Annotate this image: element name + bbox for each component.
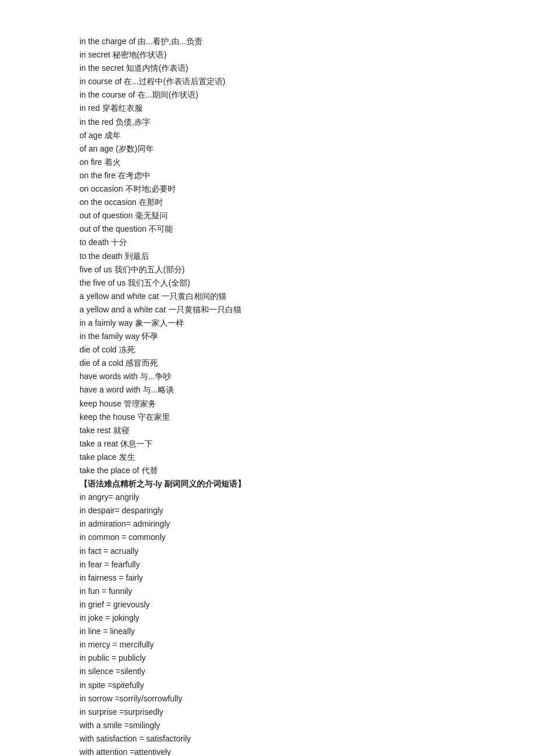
text-line: in grief = grievously bbox=[80, 598, 454, 611]
text-line: in fear = fearfully bbox=[80, 558, 454, 571]
text-line: in the charge of 由...看护,由...负责 bbox=[80, 35, 454, 48]
text-line: in admiration= admiringly bbox=[80, 517, 454, 531]
text-line: in despair= desparingly bbox=[80, 504, 454, 517]
text-line: in spite =spitefully bbox=[80, 679, 454, 692]
text-line: keep the house 守在家里 bbox=[80, 411, 454, 424]
text-line: in angry= angrily bbox=[80, 491, 454, 504]
text-line: with attention =attentively bbox=[80, 746, 454, 756]
text-line: take rest 就寝 bbox=[80, 424, 454, 437]
text-line: on the fire 在考虑中 bbox=[80, 169, 454, 182]
text-line: a yellow and white cat 一只黄白相间的猫 bbox=[80, 290, 454, 303]
text-line: in public = publicly bbox=[80, 651, 454, 665]
text-line: in secret 秘密地(作状语) bbox=[80, 48, 454, 62]
text-line: of age 成年 bbox=[80, 129, 454, 142]
text-line: the five of us 我们五个人(全部) bbox=[80, 276, 454, 290]
text-line: die of cold 冻死 bbox=[80, 343, 454, 357]
text-line: in fairness = fairly bbox=[80, 571, 454, 585]
text-line: on occasion 不时地;必要时 bbox=[80, 182, 454, 196]
text-line: die of a cold 感冒而死 bbox=[80, 357, 454, 370]
text-line: in surprise =surprisedly bbox=[80, 705, 454, 719]
text-line: with satisfaction = satisfactorily bbox=[80, 732, 454, 746]
text-line: in mercy = mercifully bbox=[80, 638, 454, 651]
text-line: have a word with 与...略谈 bbox=[80, 383, 454, 397]
text-line: in the family way 怀孕 bbox=[80, 330, 454, 343]
text-line: of an age (岁数)同年 bbox=[80, 142, 454, 156]
text-line: in common = commonly bbox=[80, 531, 454, 544]
text-line: in line = lineally bbox=[80, 625, 454, 638]
text-line: a yellow and a white cat 一只黄猫和一只白猫 bbox=[80, 303, 454, 316]
text-line: five of us 我们中的五人(部分) bbox=[80, 263, 454, 276]
text-line: on the occasion 在那时 bbox=[80, 196, 454, 209]
text-line: on fire 着火 bbox=[80, 156, 454, 169]
text-line: in course of 在...过程中(作表语后置定语) bbox=[80, 75, 454, 88]
text-line: in a faimly way 象一家人一样 bbox=[80, 316, 454, 330]
text-line: in joke = jokingly bbox=[80, 611, 454, 625]
text-line: in sorrow =sorrily/sorrowfully bbox=[80, 692, 454, 705]
text-line: in fun = funnily bbox=[80, 585, 454, 598]
text-line: in fact = acrually bbox=[80, 545, 454, 558]
text-line: in the secret 知道内情(作表语) bbox=[80, 62, 454, 75]
text-line: to the death 到最后 bbox=[80, 250, 454, 263]
text-line: in silence =silently bbox=[80, 665, 454, 678]
text-line: in the red 负债,赤字 bbox=[80, 116, 454, 129]
text-line: keep house 管理家务 bbox=[80, 397, 454, 411]
text-line: with a smile =smilingly bbox=[80, 719, 454, 732]
text-line: 【语法难点精析之与-ly 副词同义的介词短语】 bbox=[80, 477, 454, 491]
text-line: out of question 毫无疑问 bbox=[80, 209, 454, 222]
text-line: in red 穿着红衣服 bbox=[80, 102, 454, 115]
text-line: out of the question 不可能 bbox=[80, 222, 454, 236]
text-line: in the course of 在...期间(作状语) bbox=[80, 88, 454, 102]
text-line: to death 十分 bbox=[80, 236, 454, 249]
text-line: take a reat 休息一下 bbox=[80, 437, 454, 451]
text-line: take place 发生 bbox=[80, 451, 454, 464]
text-line: take the place of 代替 bbox=[80, 464, 454, 477]
text-line: have words with 与...争吵 bbox=[80, 370, 454, 383]
main-content: in the charge of 由...看护,由...负责in secret … bbox=[0, 0, 534, 756]
